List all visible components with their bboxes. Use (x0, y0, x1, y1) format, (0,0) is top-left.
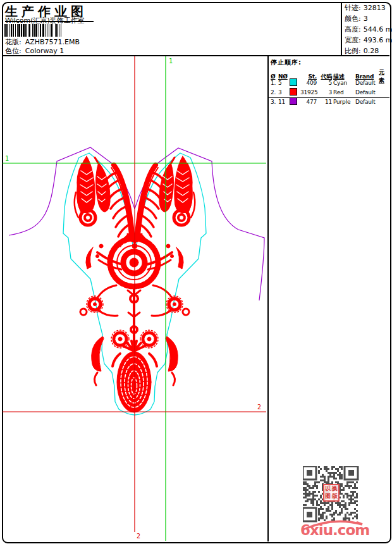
stop-sequence-title: 停止顺序: (271, 58, 389, 67)
guide-label-v1: 1 (169, 58, 173, 65)
site-logo: 6xiu.com (298, 516, 371, 538)
guide-lines: 1 1 2 2 (3, 56, 266, 541)
table-separator (268, 97, 389, 98)
colorway-label: 色位: (5, 47, 21, 55)
header-divider (341, 3, 342, 56)
guide-label-v2: 2 (137, 533, 140, 540)
design-center (110, 233, 158, 412)
design-file-label: 花版: (5, 38, 21, 46)
design-file-row: 花版:AZHB7571.EMB (5, 37, 80, 47)
guide-label-h1: 1 (5, 155, 9, 162)
stat-scale: 比例:0.28 (345, 46, 379, 56)
embroidery-canvas: 1 1 2 2 (3, 56, 268, 541)
stat-stitches: 针迹:32813 (345, 3, 386, 13)
table-header-row: Ø NØ St. 代码 描述 Brand 元素 (271, 68, 389, 78)
production-worksheet-page: 生产作业图 Wilcom(汇京)装饰工作室 花版:AZHB7571.EMB 色位… (0, 0, 392, 544)
color-swatch (290, 78, 297, 86)
stat-colors: 颜色:3 (345, 14, 368, 23)
colorway-row: 色位:Colorway 1 (5, 46, 64, 56)
stop-sequence-table: 停止顺序: Ø NØ St. 代码 描述 Brand 元素 1. 5 409 5… (271, 58, 389, 106)
site-logo-text: 6xiu.com (300, 522, 369, 538)
table-row: 2. 3 31925 3 Red Default (271, 87, 389, 97)
colorway-value: Colorway 1 (25, 47, 64, 55)
color-swatch (290, 97, 297, 105)
color-swatch (290, 88, 297, 96)
stat-width: 宽度:493.6 mm (345, 35, 392, 45)
barcode-icon (4, 24, 83, 37)
guide-label-h2: 2 (257, 404, 261, 411)
stat-height: 高度:544.6 mm (345, 25, 392, 34)
table-row: 1. 5 409 5 Cyan Default (271, 78, 389, 87)
table-row: 3. 11 477 11 Purple Default (271, 97, 389, 106)
red-stamp: 以 换 图 版 (323, 484, 340, 502)
design-file-value: AZHB7571.EMB (25, 38, 80, 46)
